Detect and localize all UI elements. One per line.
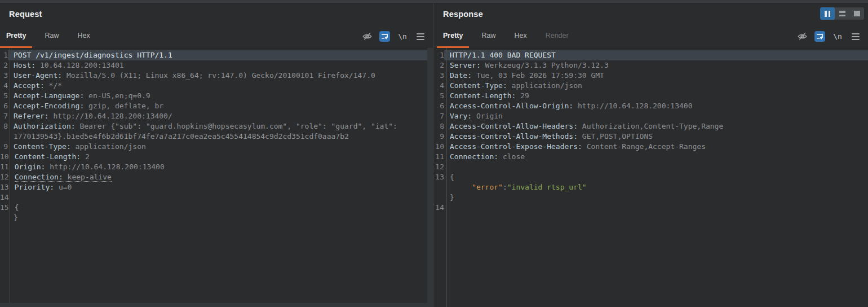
line-number: 13 [434, 172, 444, 182]
line-number: 4 [0, 81, 8, 91]
show-newlines-icon[interactable]: \n [832, 31, 843, 42]
line-content: Connection: close [444, 152, 868, 162]
vertical-scrollbar[interactable] [427, 48, 433, 303]
code-line: 6Accept-Encoding: gzip, deflate, br [0, 101, 433, 111]
line-content: "error":"invalid rtsp_url" [444, 182, 868, 192]
response-panel-title: Response [443, 10, 483, 19]
code-line: 7Referer: http://10.64.128.200:13400/ [0, 111, 433, 121]
request-editor[interactable]: 1POST /v1/ingest/diagnostics HTTP/1.12Ho… [0, 48, 433, 307]
line-content: } [444, 192, 868, 203]
tab-hex[interactable]: Hex [508, 25, 533, 48]
code-line: 14 [0, 192, 433, 203]
code-line: 2Host: 10.64.128.200:13401 [0, 60, 433, 71]
line-number: 8 [434, 121, 444, 131]
hide-unimportant-icon[interactable] [361, 31, 373, 42]
line-content: Date: Tue, 03 Feb 2026 17:59:30 GMT [444, 71, 868, 81]
code-line: 9Content-Type: application/json [0, 142, 433, 152]
line-content: Server: Werkzeug/3.1.3 Python/3.12.3 [444, 60, 868, 71]
code-line: 14 [434, 203, 868, 213]
tab-raw[interactable]: Raw [38, 25, 65, 48]
line-content: Accept: */* [8, 81, 433, 91]
tab-render: Render [539, 25, 575, 48]
line-content: Access-Control-Allow-Origin: http://10.6… [444, 101, 868, 111]
line-number: 11 [434, 152, 444, 162]
line-number: 7 [434, 111, 444, 121]
tab-raw[interactable]: Raw [475, 25, 502, 48]
code-line: 11Connection: close [434, 152, 868, 162]
line-number: 2 [434, 60, 444, 71]
line-content: Access-Control-Allow-Headers: Authorizat… [444, 121, 868, 131]
code-line: 8Authorization: Bearer {"sub": "guard.ho… [0, 121, 433, 131]
code-line: 1770139543}.b1ed5e4f6b2d61bf74fe7a7a217c… [0, 131, 433, 142]
line-content: { [444, 172, 868, 182]
line-content: Access-Control-Allow-Methods: GET,POST,O… [444, 131, 868, 142]
line-number: 5 [0, 91, 8, 101]
line-number: 1 [434, 50, 444, 60]
code-line: 11Origin: http://10.64.128.200:13400 [0, 162, 433, 172]
line-content: { [9, 203, 433, 213]
request-toolbar: \n [361, 25, 433, 48]
response-editor[interactable]: 1HTTP/1.1 400 BAD REQUEST2Server: Werkze… [434, 48, 868, 307]
line-number: 5 [434, 91, 444, 101]
line-number: 15 [0, 203, 9, 213]
line-number: 10 [0, 152, 9, 162]
line-number: 6 [0, 101, 8, 111]
line-number [434, 182, 444, 192]
code-line: } [434, 192, 868, 203]
line-content: HTTP/1.1 400 BAD REQUEST [444, 50, 868, 60]
line-number: 3 [0, 71, 8, 81]
code-line: 3User-Agent: Mozilla/5.0 (X11; Linux x86… [0, 71, 433, 81]
code-line: } [0, 213, 433, 223]
line-content [444, 203, 868, 213]
horizontal-scrollbar[interactable] [0, 303, 433, 307]
tab-hex[interactable]: Hex [71, 25, 96, 48]
line-number: 9 [434, 131, 444, 142]
line-number [0, 131, 8, 142]
code-line: 9Access-Control-Allow-Methods: GET,POST,… [434, 131, 868, 142]
line-number: 7 [0, 111, 8, 121]
layout-columns-button[interactable] [820, 7, 835, 20]
word-wrap-icon[interactable] [379, 31, 390, 42]
response-panel: Response PrettyRawHexRender [434, 3, 868, 307]
layout-single-button[interactable] [849, 7, 864, 20]
menu-icon[interactable] [415, 31, 426, 42]
line-content: User-Agent: Mozilla/5.0 (X11; Linux x86_… [8, 71, 433, 81]
code-line: 13Priority: u=0 [0, 182, 433, 192]
line-number: 9 [0, 142, 8, 152]
code-line: 13{ [434, 172, 868, 182]
hide-unimportant-icon[interactable] [796, 31, 808, 42]
code-line: 12Connection: keep-alive [0, 172, 433, 182]
line-content: Priority: u=0 [9, 182, 433, 192]
layout-switcher [820, 7, 864, 20]
line-content: POST /v1/ingest/diagnostics HTTP/1.1 [8, 50, 433, 60]
code-line: 12 [434, 162, 868, 172]
request-tab-bar: PrettyRawHex \n [0, 25, 433, 49]
code-line: 10Content-Length: 2 [0, 152, 433, 162]
request-panel: Request PrettyRawHex \n [0, 3, 433, 307]
gutter-divider [10, 48, 10, 307]
line-content: 1770139543}.b1ed5e4f6b2d61bf74fe7a7a217c… [8, 131, 433, 142]
line-number: 11 [0, 162, 9, 172]
line-content: Content-Length: 29 [444, 91, 868, 101]
show-newlines-icon[interactable]: \n [397, 31, 408, 42]
code-line: 10Access-Control-Expose-Headers: Content… [434, 142, 868, 152]
line-number [434, 192, 444, 203]
layout-rows-button[interactable] [835, 7, 849, 20]
line-content: Origin: http://10.64.128.200:13400 [9, 162, 433, 172]
line-number: 2 [0, 60, 8, 71]
line-content: Connection: keep-alive [9, 172, 433, 182]
code-line: 7Vary: Origin [434, 111, 868, 121]
code-line: 4Accept: */* [0, 81, 433, 91]
gutter-divider [446, 48, 447, 307]
code-line: 6Access-Control-Allow-Origin: http://10.… [434, 101, 868, 111]
tab-pretty[interactable]: Pretty [0, 25, 32, 48]
word-wrap-icon[interactable] [814, 31, 825, 42]
line-content: } [8, 213, 433, 223]
code-line: 8Access-Control-Allow-Headers: Authoriza… [434, 121, 868, 131]
menu-icon[interactable] [850, 31, 861, 42]
code-line: 5Content-Length: 29 [434, 91, 868, 101]
tab-pretty[interactable]: Pretty [437, 25, 469, 48]
line-number: 12 [0, 172, 9, 182]
line-number: 4 [434, 81, 444, 91]
line-content: Accept-Language: en-US,en;q=0.9 [8, 91, 433, 101]
